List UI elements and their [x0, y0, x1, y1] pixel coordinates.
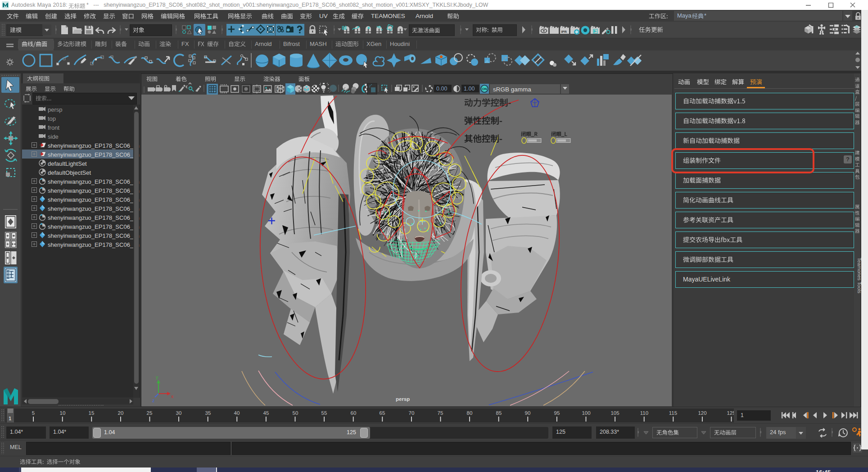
svg-text:5: 5 [32, 410, 35, 416]
svg-text:110: 110 [640, 410, 648, 416]
svg-text:70: 70 [409, 410, 415, 416]
svg-text:sRGB gamma: sRGB gamma [493, 86, 531, 93]
svg-text:50: 50 [293, 410, 298, 416]
svg-text:1: 1 [9, 416, 11, 421]
svg-text:ON: ON [482, 87, 487, 91]
svg-text:40: 40 [234, 410, 240, 416]
svg-text:65: 65 [380, 410, 385, 416]
svg-text:x: x [171, 394, 174, 399]
svg-text:0.00: 0.00 [436, 86, 447, 92]
svg-text:45: 45 [263, 410, 269, 416]
svg-text:85: 85 [496, 410, 502, 416]
svg-text:75: 75 [438, 410, 443, 416]
svg-text:IPR: IPR [561, 30, 567, 34]
svg-text:persp: persp [396, 396, 410, 402]
svg-text:1.00: 1.00 [464, 86, 475, 92]
svg-text:120: 120 [698, 410, 706, 416]
svg-text:60: 60 [351, 410, 357, 416]
svg-text:y: y [156, 374, 158, 380]
svg-text:30: 30 [176, 410, 182, 416]
svg-text:90: 90 [525, 410, 531, 416]
svg-text:15: 15 [89, 410, 95, 416]
svg-text:115: 115 [669, 410, 677, 416]
svg-text:95: 95 [554, 410, 560, 416]
svg-text:80: 80 [467, 410, 473, 416]
svg-text:25: 25 [147, 410, 153, 416]
svg-text:10: 10 [60, 410, 66, 416]
svg-text:100: 100 [582, 410, 590, 416]
svg-text:105: 105 [610, 410, 619, 416]
svg-text:20: 20 [118, 410, 124, 416]
svg-text:z: z [152, 398, 155, 403]
svg-text:35: 35 [205, 410, 211, 416]
svg-text:125: 125 [727, 410, 734, 416]
svg-text:55: 55 [321, 410, 327, 416]
